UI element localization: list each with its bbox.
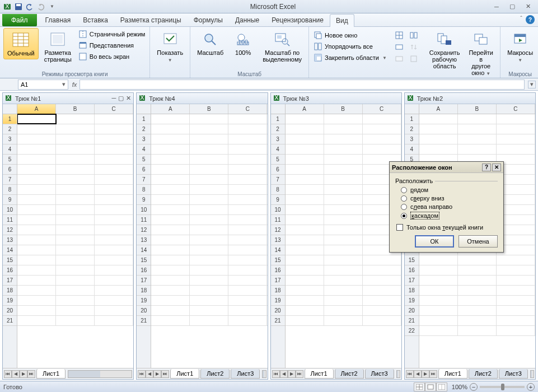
row-header[interactable]: 18 (3, 286, 17, 296)
cell[interactable] (56, 276, 95, 285)
row-header[interactable]: 4 (137, 144, 151, 155)
row-header[interactable]: 19 (3, 296, 17, 306)
cell[interactable] (95, 185, 133, 194)
sheet-nav-prev-icon[interactable]: ◀ (12, 370, 20, 378)
row-header[interactable]: 15 (137, 255, 151, 265)
cell[interactable] (56, 114, 95, 124)
cell[interactable] (324, 114, 363, 124)
cell[interactable] (56, 134, 95, 144)
cell[interactable] (190, 124, 228, 134)
cell[interactable] (286, 175, 324, 184)
sheet-nav-first-icon[interactable]: ⏮ (406, 370, 414, 378)
cell[interactable] (497, 134, 535, 144)
workbook-titlebar[interactable]: XТрюк №3 (271, 93, 401, 104)
cell[interactable] (56, 124, 95, 134)
column-header[interactable]: C (95, 104, 133, 114)
cell[interactable] (458, 255, 497, 265)
row-header[interactable]: 20 (137, 306, 151, 316)
cell[interactable] (151, 134, 190, 144)
select-all-corner[interactable] (271, 104, 285, 114)
cell[interactable] (419, 265, 458, 275)
column-header[interactable]: B (458, 104, 497, 114)
tab-view[interactable]: Вид (330, 14, 354, 27)
cell[interactable] (324, 155, 363, 164)
cell[interactable] (324, 235, 363, 245)
new-window-button[interactable]: Новое окно (312, 30, 388, 40)
cell[interactable] (419, 326, 458, 335)
row-header[interactable]: 9 (271, 195, 285, 205)
cell[interactable] (458, 286, 497, 295)
wb-close-icon[interactable]: ✕ (126, 95, 131, 102)
tab-home[interactable]: Главная (39, 13, 77, 26)
cell[interactable] (190, 265, 228, 275)
column-header[interactable]: A (286, 104, 324, 114)
row-header[interactable]: 15 (271, 255, 285, 265)
sheet-nav-next-icon[interactable]: ▶ (422, 370, 429, 378)
cell[interactable] (363, 255, 401, 265)
cell[interactable] (286, 215, 324, 225)
cell[interactable] (228, 215, 267, 225)
row-header[interactable]: 4 (405, 144, 419, 155)
cell[interactable] (419, 296, 458, 305)
cell[interactable] (324, 306, 363, 315)
cell[interactable] (458, 306, 497, 315)
sheet-tab[interactable]: Лист2 (335, 369, 364, 379)
row-header[interactable]: 11 (137, 215, 151, 225)
cell[interactable] (190, 144, 228, 154)
scrollbar-thumb[interactable] (531, 371, 532, 377)
cell[interactable] (56, 165, 95, 174)
cell[interactable] (17, 114, 56, 124)
cell[interactable] (324, 296, 363, 305)
cell[interactable] (286, 134, 324, 144)
side-by-side-button[interactable] (408, 30, 419, 40)
cell[interactable] (190, 165, 228, 174)
cell[interactable] (286, 306, 324, 315)
cell[interactable] (95, 215, 133, 225)
row-header[interactable]: 7 (3, 175, 17, 185)
sheet-nav-last-icon[interactable]: ⏭ (27, 370, 35, 378)
sheet-tab[interactable]: Лист3 (499, 369, 528, 379)
zoom-level[interactable]: 100% (452, 384, 467, 390)
arrange-all-button[interactable]: Упорядочить все (312, 41, 388, 52)
sheet-tab[interactable]: Лист3 (231, 369, 260, 379)
row-header[interactable]: 14 (3, 245, 17, 255)
cell[interactable] (363, 124, 401, 134)
row-header[interactable]: 10 (3, 205, 17, 215)
column-header[interactable]: A (17, 104, 56, 114)
row-header[interactable]: 5 (137, 155, 151, 165)
cell[interactable] (56, 185, 95, 194)
cell[interactable] (286, 124, 324, 134)
cell[interactable] (324, 185, 363, 194)
cell[interactable] (286, 225, 324, 235)
cell[interactable] (17, 265, 56, 275)
sheet-nav-prev-icon[interactable]: ◀ (146, 370, 153, 378)
cell[interactable] (95, 134, 133, 144)
cell[interactable] (95, 255, 133, 265)
undo-icon[interactable] (25, 2, 35, 12)
cell[interactable] (17, 144, 56, 154)
cancel-button[interactable]: Отмена (459, 235, 498, 248)
horizontal-scrollbar[interactable] (68, 370, 132, 378)
cell[interactable] (497, 316, 535, 325)
cell[interactable] (190, 235, 228, 245)
row-header[interactable]: 12 (3, 225, 17, 235)
cell[interactable] (228, 144, 267, 154)
cell[interactable] (363, 144, 401, 154)
row-header[interactable]: 17 (137, 276, 151, 286)
zoom-100-button[interactable]: 100 100% (229, 28, 257, 58)
cell[interactable] (324, 195, 363, 204)
cell[interactable] (151, 205, 190, 214)
sheet-tab[interactable]: Лист2 (469, 369, 498, 379)
cell[interactable] (286, 316, 324, 325)
cell[interactable] (56, 265, 95, 275)
column-header[interactable]: C (228, 104, 267, 114)
horizontal-scrollbar[interactable] (396, 370, 400, 378)
cell[interactable] (56, 175, 95, 184)
dialog-help-icon[interactable]: ? (482, 164, 491, 171)
row-header[interactable]: 19 (271, 296, 285, 306)
split-button[interactable] (394, 30, 405, 40)
cell[interactable] (228, 155, 267, 164)
row-header[interactable]: 15 (405, 255, 419, 265)
row-header[interactable]: 4 (271, 144, 285, 155)
cell[interactable] (458, 124, 497, 134)
